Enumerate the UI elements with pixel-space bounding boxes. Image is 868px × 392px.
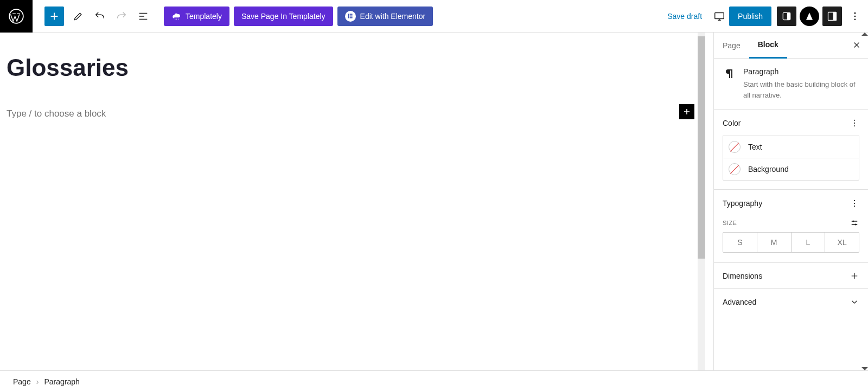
svg-rect-12 xyxy=(833,12,837,20)
tab-page[interactable]: Page xyxy=(714,33,749,59)
background-color-label: Background xyxy=(748,165,789,173)
advanced-panel[interactable]: Advanced xyxy=(714,289,868,315)
background-color-button[interactable]: Background xyxy=(723,158,859,181)
elementor-icon xyxy=(345,11,356,22)
svg-point-13 xyxy=(854,12,856,14)
astra-icon[interactable] xyxy=(800,7,819,26)
templately-label: Templately xyxy=(186,12,222,21)
content-scrollbar[interactable] xyxy=(698,33,705,370)
color-title: Color xyxy=(723,119,741,127)
chevron-right-icon: › xyxy=(36,377,39,386)
svg-point-17 xyxy=(854,123,855,124)
redo-icon[interactable] xyxy=(112,7,131,26)
svg-rect-5 xyxy=(350,14,353,15)
svg-point-21 xyxy=(854,205,855,207)
block-appender[interactable]: Type / to choose a block xyxy=(7,108,699,119)
settings-panel-icon[interactable] xyxy=(822,7,842,26)
svg-point-23 xyxy=(855,224,857,226)
block-name: Paragraph xyxy=(743,67,859,76)
paragraph-placeholder: Type / to choose a block xyxy=(7,108,699,119)
paragraph-icon xyxy=(723,67,736,100)
edit-elementor-label: Edit with Elementor xyxy=(360,12,426,21)
dimensions-title: Dimensions xyxy=(723,272,762,280)
svg-point-20 xyxy=(854,203,855,204)
size-m[interactable]: M xyxy=(757,233,791,252)
svg-rect-4 xyxy=(348,14,349,18)
save-in-templately-label: Save Page In Templately xyxy=(241,12,326,21)
sidebar-scrollbar[interactable] xyxy=(861,33,868,370)
save-in-templately-button[interactable]: Save Page In Templately xyxy=(234,7,333,26)
advanced-title: Advanced xyxy=(723,298,756,306)
editor-canvas: Glossaries Type / to choose a block xyxy=(0,33,705,370)
publish-button[interactable]: Publish xyxy=(729,7,771,26)
typography-panel: Typography SIZE S M L XL xyxy=(714,190,868,263)
close-sidebar-icon[interactable] xyxy=(852,40,861,50)
text-color-label: Text xyxy=(748,143,762,151)
color-options-icon[interactable] xyxy=(850,118,859,128)
sidebar-tabs: Page Block xyxy=(714,33,868,59)
jetpack-icon[interactable] xyxy=(777,7,796,26)
font-size-picker: S M L XL xyxy=(723,232,859,253)
text-color-button[interactable]: Text xyxy=(723,136,859,158)
svg-point-1 xyxy=(175,18,176,20)
add-block-button[interactable] xyxy=(44,7,64,26)
wordpress-logo-icon[interactable] xyxy=(0,0,33,33)
undo-icon[interactable] xyxy=(90,7,110,26)
chevron-down-icon xyxy=(850,297,859,307)
page-title[interactable]: Glossaries xyxy=(7,54,699,81)
svg-point-2 xyxy=(176,18,177,20)
preview-icon[interactable] xyxy=(710,7,729,26)
plugin-buttons: Templately Save Page In Templately Edit … xyxy=(164,7,433,26)
svg-point-18 xyxy=(854,125,855,126)
crumb-page[interactable]: Page xyxy=(13,377,31,386)
block-description: Start with the basic building block of a… xyxy=(743,79,859,100)
inline-inserter-button[interactable] xyxy=(679,104,694,119)
size-xl[interactable]: XL xyxy=(825,233,859,252)
edit-with-elementor-button[interactable]: Edit with Elementor xyxy=(337,7,433,26)
settings-sidebar: Page Block Paragraph Start with the basi… xyxy=(713,33,868,392)
editor-topbar: Templately Save Page In Templately Edit … xyxy=(0,0,868,33)
templately-button[interactable]: Templately xyxy=(164,7,229,26)
tool-group xyxy=(68,7,153,26)
edit-mode-icon[interactable] xyxy=(68,7,88,26)
svg-point-19 xyxy=(854,200,855,201)
tab-block[interactable]: Block xyxy=(749,33,787,59)
save-draft-link[interactable]: Save draft xyxy=(667,12,702,21)
size-label: SIZE xyxy=(723,220,737,226)
cloud-icon xyxy=(171,11,181,21)
sidebar-toggle-group xyxy=(777,7,865,26)
svg-rect-10 xyxy=(787,12,790,20)
typography-title: Typography xyxy=(723,199,762,208)
size-l[interactable]: L xyxy=(791,233,825,252)
document-outline-icon[interactable] xyxy=(133,7,153,26)
svg-point-3 xyxy=(178,18,179,20)
dimensions-panel[interactable]: Dimensions xyxy=(714,263,868,289)
svg-rect-8 xyxy=(715,12,724,18)
svg-point-22 xyxy=(852,221,854,222)
more-options-icon[interactable] xyxy=(845,7,865,26)
svg-point-16 xyxy=(854,120,855,121)
breadcrumb: Page › Paragraph xyxy=(0,370,868,392)
color-panel: Color Text Background xyxy=(714,110,868,190)
block-card: Paragraph Start with the basic building … xyxy=(714,59,868,110)
plus-icon xyxy=(850,271,859,281)
custom-size-icon[interactable] xyxy=(850,218,859,228)
size-s[interactable]: S xyxy=(723,233,757,252)
typography-options-icon[interactable] xyxy=(850,198,859,208)
swatch-empty-icon xyxy=(729,141,741,153)
crumb-block[interactable]: Paragraph xyxy=(44,377,79,386)
swatch-empty-icon xyxy=(729,163,741,175)
svg-point-15 xyxy=(854,18,856,20)
svg-rect-6 xyxy=(350,16,353,17)
svg-point-14 xyxy=(854,15,856,17)
svg-rect-7 xyxy=(350,17,353,18)
